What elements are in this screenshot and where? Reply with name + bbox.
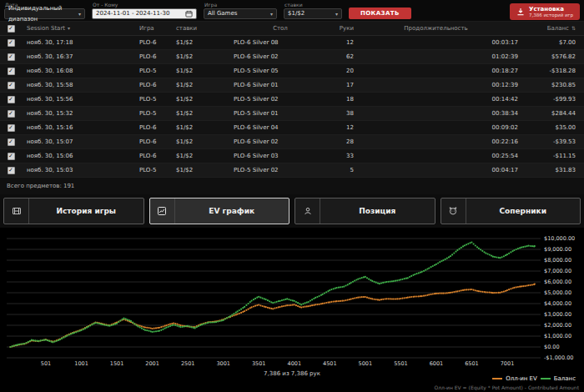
session-table-body: ✓нояб. 30, 17:18PLO-6$1/$2PLO-6 Silver 0… [0, 36, 584, 178]
table-row[interactable]: ✓нояб. 30, 15:03PLO-5$1/$2PLO-5 Silver 0… [0, 163, 584, 178]
date-range-input[interactable]: 2024-11-01 - 2024-11-30 [92, 8, 197, 19]
date-filter-group: Дата Индивидуальный диапазон ▾ [4, 2, 85, 19]
game-cell: PLO-6 [132, 53, 172, 60]
row-checkbox[interactable]: ✓ [8, 110, 15, 118]
chart-legend: Олл-ин EV Баланс [492, 375, 576, 382]
col-header-stakes[interactable]: ставки [172, 25, 230, 32]
session-start-cell: нояб. 30, 15:56 [22, 96, 132, 103]
svg-text:4501: 4501 [323, 360, 337, 367]
film-strip-icon [4, 199, 29, 224]
session-start-cell: нояб. 30, 15:32 [22, 110, 132, 117]
row-checkbox[interactable]: ✓ [8, 167, 15, 174]
stakes-cell: $1/$2 [172, 68, 230, 74]
table-row[interactable]: ✓нояб. 30, 15:58PLO-6$1/$2PLO-6 Silver 0… [0, 78, 584, 93]
range-filter-label: От - Кому [92, 2, 197, 8]
col-header-game[interactable]: Игра [132, 25, 172, 32]
svg-text:2001: 2001 [145, 360, 159, 367]
table-name-cell: PLO-6 Silver 02 [230, 53, 330, 60]
stakes-cell: $1/$2 [172, 153, 230, 159]
tab-label: EV график [175, 199, 289, 224]
table-name-cell: PLO-5 Silver 02 [230, 96, 330, 103]
row-checkbox-cell: ✓ [0, 82, 22, 89]
balance-cell: $7.00 [521, 39, 584, 46]
table-row[interactable]: ✓нояб. 30, 15:06PLO-6$1/$2PLO-6 Silver 0… [0, 149, 584, 163]
svg-text:$6,000.00: $6,000.00 [544, 279, 571, 285]
balance-cell: $230.85 [521, 82, 584, 88]
table-row[interactable]: ✓нояб. 30, 15:32PLO-5$1/$2PLO-5 Silver 0… [0, 107, 584, 121]
calendar-icon [185, 10, 193, 18]
stakes-cell: $1/$2 [172, 138, 230, 145]
install-hand-histories-button[interactable]: Установка 7,386 историй игр [510, 3, 580, 20]
duration-cell: 00:25:54 [354, 153, 521, 159]
game-cell: PLO-5 [132, 68, 172, 74]
install-button-title: Установка [529, 6, 564, 13]
col-header-table[interactable]: Стол [230, 25, 330, 32]
allin-ev-legend-swatch [492, 378, 502, 379]
session-start-header-label: Session Start [27, 25, 65, 32]
session-start-cell: нояб. 30, 15:58 [22, 82, 132, 88]
row-checkbox-cell: ✓ [0, 39, 22, 47]
stakes-filter-group: ставки $1/$2 ▾ [284, 2, 342, 19]
svg-text:$3,000.00: $3,000.00 [544, 311, 571, 318]
install-button-text: Установка 7,386 историй игр [529, 6, 573, 18]
svg-text:3001: 3001 [216, 360, 230, 367]
table-row[interactable]: ✓нояб. 30, 15:56PLO-5$1/$2PLO-5 Silver 0… [0, 93, 584, 107]
date-range-type-value: Индивидуальный диапазон [8, 3, 74, 25]
table-row[interactable]: ✓нояб. 30, 15:07PLO-6$1/$2PLO-6 Silver 0… [0, 135, 584, 149]
row-checkbox-cell: ✓ [0, 53, 22, 61]
select-all-checkbox[interactable]: ✓ [8, 25, 15, 33]
show-button[interactable]: ПОКАЗАТЬ [349, 8, 411, 19]
session-start-cell: нояб. 30, 15:06 [22, 153, 132, 159]
table-name-cell: PLO-6 Silver 08 [230, 39, 330, 46]
svg-text:3501: 3501 [252, 360, 266, 367]
table-name-cell: PLO-6 Silver 03 [230, 153, 330, 159]
tab-game-history[interactable]: История игры [3, 198, 144, 224]
table-name-cell: PLO-6 Silver 01 [230, 82, 330, 88]
game-select[interactable]: All Games ▾ [204, 8, 277, 19]
hands-cell: 18 [330, 96, 354, 103]
balance-legend-swatch [541, 378, 551, 379]
game-cell: PLO-5 [132, 110, 172, 117]
opponent-face-icon [441, 199, 466, 224]
row-checkbox[interactable]: ✓ [8, 124, 15, 132]
col-header-balance[interactable]: Баланс⇅ [521, 25, 584, 32]
svg-text:$0.00: $0.00 [544, 344, 560, 350]
stakes-select[interactable]: $1/$2 ▾ [284, 8, 342, 19]
col-header-hands[interactable]: Руки [330, 25, 354, 32]
col-header-session-start[interactable]: Session Start▾ [22, 25, 132, 32]
svg-text:$10,000.00: $10,000.00 [544, 235, 575, 242]
row-checkbox[interactable]: ✓ [8, 39, 15, 47]
date-range-type-select[interactable]: Индивидуальный диапазон ▾ [4, 8, 85, 19]
table-row[interactable]: ✓нояб. 30, 16:37PLO-6$1/$2PLO-6 Silver 0… [0, 50, 584, 64]
table-row[interactable]: ✓нояб. 30, 17:18PLO-6$1/$2PLO-6 Silver 0… [0, 36, 584, 50]
hands-cell: 17 [330, 82, 354, 88]
game-cell: PLO-6 [132, 124, 172, 131]
table-row[interactable]: ✓нояб. 30, 16:08PLO-5$1/$2PLO-5 Silver 0… [0, 64, 584, 78]
stakes-cell: $1/$2 [172, 124, 230, 131]
col-header-duration[interactable]: Продолжительность [354, 25, 521, 32]
row-checkbox[interactable]: ✓ [8, 68, 15, 75]
balance-cell: -$11.15 [521, 153, 584, 159]
row-checkbox[interactable]: ✓ [8, 96, 15, 103]
duration-cell: 00:12:39 [354, 82, 521, 88]
row-checkbox[interactable]: ✓ [8, 82, 15, 89]
row-checkbox[interactable]: ✓ [8, 53, 15, 61]
row-checkbox[interactable]: ✓ [8, 153, 15, 160]
table-name-cell: PLO-6 Silver 04 [230, 124, 330, 131]
session-start-cell: нояб. 30, 16:37 [22, 53, 132, 60]
sort-caret-icon: ▾ [68, 25, 70, 31]
session-start-cell: нояб. 30, 15:07 [22, 138, 132, 145]
row-checkbox-cell: ✓ [0, 153, 22, 160]
table-row[interactable]: ✓нояб. 30, 15:16PLO-6$1/$2PLO-6 Silver 0… [0, 121, 584, 135]
tab-opponents[interactable]: Соперники [441, 198, 581, 224]
svg-text:$7,000.00: $7,000.00 [544, 268, 571, 274]
duration-cell: 00:38:34 [354, 110, 521, 117]
svg-text:-$1,000.00: -$1,000.00 [544, 354, 573, 361]
ev-formula-label: Олл-ин EV = (Equity * Pot Amount) - Cont… [435, 384, 579, 390]
tab-position[interactable]: Позиция [295, 198, 435, 224]
hands-cell: 12 [330, 124, 354, 131]
filter-bar: Дата Индивидуальный диапазон ▾ От - Кому… [0, 0, 584, 22]
duration-cell: 01:02:39 [354, 53, 521, 60]
row-checkbox[interactable]: ✓ [8, 138, 15, 146]
tab-ev-graph[interactable]: EV график [149, 198, 290, 224]
